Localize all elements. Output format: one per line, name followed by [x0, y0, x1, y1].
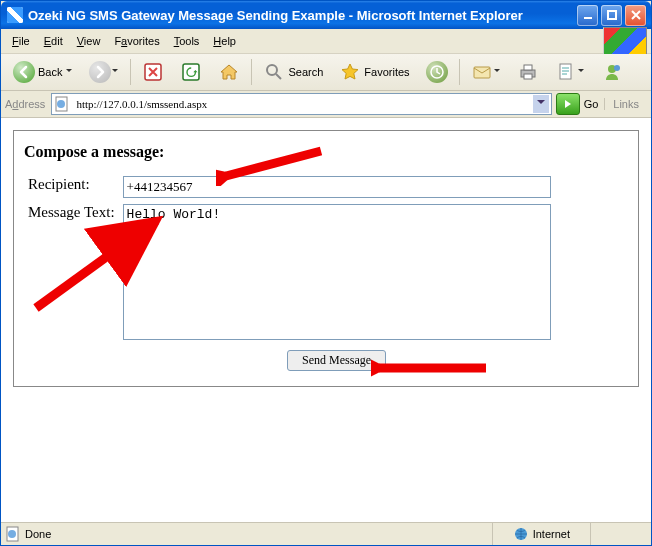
mail-icon — [471, 61, 493, 83]
svg-rect-0 — [584, 17, 592, 19]
zone-label: Internet — [533, 528, 570, 540]
history-button[interactable] — [419, 57, 455, 87]
back-dropdown-icon[interactable] — [65, 69, 73, 75]
mail-button[interactable] — [464, 57, 508, 87]
edit-icon — [555, 61, 577, 83]
nav-toolbar: Back Search Favorites — [1, 54, 651, 91]
svg-rect-8 — [524, 65, 532, 70]
forward-button[interactable] — [82, 57, 126, 87]
svg-rect-9 — [524, 74, 532, 79]
message-textarea[interactable] — [123, 204, 551, 340]
messenger-button[interactable] — [594, 57, 630, 87]
svg-point-12 — [614, 65, 620, 71]
back-icon — [13, 61, 35, 83]
url-input[interactable] — [74, 97, 532, 111]
window-title: Ozeki NG SMS Gateway Message Sending Exa… — [28, 8, 523, 23]
stop-icon — [142, 61, 164, 83]
done-icon — [5, 526, 21, 542]
edit-dropdown-icon[interactable] — [577, 69, 585, 75]
mail-dropdown-icon[interactable] — [493, 69, 501, 75]
go-button[interactable] — [556, 93, 580, 115]
messenger-icon — [601, 61, 623, 83]
message-label: Message Text: — [24, 201, 119, 347]
back-label: Back — [38, 66, 62, 78]
svg-rect-1 — [608, 11, 616, 19]
address-bar: Address Go Links — [1, 91, 651, 118]
address-label: Address — [5, 98, 45, 110]
go-label: Go — [584, 98, 599, 110]
menu-file[interactable]: File — [5, 32, 37, 50]
print-button[interactable] — [510, 57, 546, 87]
url-box[interactable] — [51, 93, 551, 115]
search-button[interactable]: Search — [256, 57, 330, 87]
menu-favorites[interactable]: Favorites — [107, 32, 166, 50]
home-button[interactable] — [211, 57, 247, 87]
app-icon — [7, 7, 23, 23]
print-icon — [517, 61, 539, 83]
links-label[interactable]: Links — [604, 98, 647, 110]
home-icon — [218, 61, 240, 83]
internet-zone-icon — [513, 526, 529, 542]
menu-help[interactable]: Help — [206, 32, 243, 50]
page-content: Compose a message: Recipient: Message Te… — [1, 118, 651, 522]
menu-edit[interactable]: Edit — [37, 32, 70, 50]
star-icon — [339, 61, 361, 83]
status-text: Done — [25, 528, 51, 540]
close-button[interactable] — [625, 5, 646, 26]
search-icon — [263, 61, 285, 83]
page-icon — [54, 96, 70, 112]
recipient-label: Recipient: — [24, 173, 119, 201]
stop-button[interactable] — [135, 57, 171, 87]
send-message-button[interactable]: Send Message — [287, 350, 386, 371]
form-heading: Compose a message: — [24, 143, 628, 161]
zone-panel: Internet — [492, 523, 590, 545]
ie-logo-icon — [603, 27, 647, 55]
menu-bar: File Edit View Favorites Tools Help — [1, 29, 651, 54]
refresh-button[interactable] — [173, 57, 209, 87]
history-icon — [426, 61, 448, 83]
favorites-label: Favorites — [364, 66, 409, 78]
back-button[interactable]: Back — [6, 57, 80, 87]
menu-tools[interactable]: Tools — [167, 32, 207, 50]
minimize-button[interactable] — [577, 5, 598, 26]
url-dropdown-icon[interactable] — [533, 95, 549, 113]
forward-dropdown-icon[interactable] — [111, 69, 119, 75]
maximize-button[interactable] — [601, 5, 622, 26]
refresh-icon — [180, 61, 202, 83]
svg-point-20 — [8, 530, 16, 538]
status-bar: Done Internet — [1, 522, 651, 545]
menu-view[interactable]: View — [70, 32, 108, 50]
recipient-input[interactable] — [123, 176, 551, 198]
compose-form: Compose a message: Recipient: Message Te… — [13, 130, 639, 387]
forward-icon — [89, 61, 111, 83]
favorites-button[interactable]: Favorites — [332, 57, 416, 87]
svg-point-4 — [267, 65, 277, 75]
svg-point-14 — [57, 100, 65, 108]
browser-window: Ozeki NG SMS Gateway Message Sending Exa… — [0, 0, 652, 546]
edit-button[interactable] — [548, 57, 592, 87]
title-bar: Ozeki NG SMS Gateway Message Sending Exa… — [1, 1, 651, 29]
search-label: Search — [288, 66, 323, 78]
